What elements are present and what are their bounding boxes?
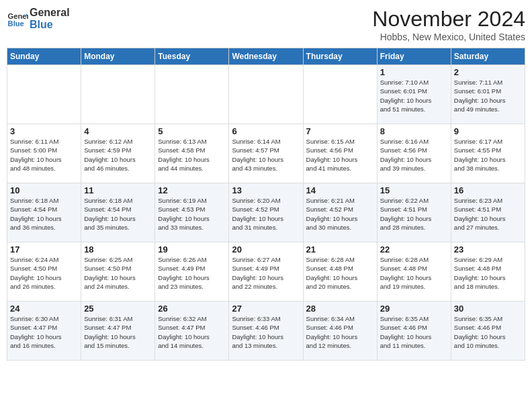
header-wednesday: Wednesday <box>229 48 303 65</box>
day-number: 30 <box>454 304 522 314</box>
day-number: 17 <box>10 244 78 255</box>
day-cell-6: 6Sunrise: 6:14 AM Sunset: 4:57 PM Daylig… <box>229 124 303 183</box>
empty-cell <box>303 65 377 124</box>
week-row-5: 24Sunrise: 6:30 AM Sunset: 4:47 PM Dayli… <box>7 302 525 361</box>
day-cell-13: 13Sunrise: 6:20 AM Sunset: 4:52 PM Dayli… <box>229 183 303 242</box>
logo-general-text: General <box>30 7 70 19</box>
day-number: 27 <box>232 304 300 314</box>
day-detail: Sunrise: 6:32 AM Sunset: 4:47 PM Dayligh… <box>158 314 226 350</box>
header-thursday: Thursday <box>303 48 377 65</box>
day-detail: Sunrise: 6:27 AM Sunset: 4:49 PM Dayligh… <box>232 255 300 291</box>
day-number: 2 <box>454 67 522 77</box>
day-detail: Sunrise: 6:21 AM Sunset: 4:52 PM Dayligh… <box>306 196 374 232</box>
day-cell-25: 25Sunrise: 6:31 AM Sunset: 4:47 PM Dayli… <box>81 302 155 361</box>
day-detail: Sunrise: 6:18 AM Sunset: 4:54 PM Dayligh… <box>10 196 78 232</box>
day-cell-16: 16Sunrise: 6:23 AM Sunset: 4:51 PM Dayli… <box>451 183 525 242</box>
day-cell-18: 18Sunrise: 6:25 AM Sunset: 4:50 PM Dayli… <box>81 242 155 302</box>
day-detail: Sunrise: 6:11 AM Sunset: 5:00 PM Dayligh… <box>10 137 78 173</box>
day-detail: Sunrise: 6:17 AM Sunset: 4:55 PM Dayligh… <box>454 137 522 173</box>
day-detail: Sunrise: 6:15 AM Sunset: 4:56 PM Dayligh… <box>306 137 374 173</box>
page-header: General Blue General Blue November 2024 … <box>7 7 525 42</box>
day-cell-9: 9Sunrise: 6:17 AM Sunset: 4:55 PM Daylig… <box>451 124 525 183</box>
day-number: 8 <box>380 126 448 136</box>
day-detail: Sunrise: 7:10 AM Sunset: 6:01 PM Dayligh… <box>380 78 448 113</box>
week-row-3: 10Sunrise: 6:18 AM Sunset: 4:54 PM Dayli… <box>7 183 525 242</box>
day-cell-1: 1Sunrise: 7:10 AM Sunset: 6:01 PM Daylig… <box>377 65 451 124</box>
day-cell-30: 30Sunrise: 6:35 AM Sunset: 4:46 PM Dayli… <box>451 302 525 361</box>
day-cell-26: 26Sunrise: 6:32 AM Sunset: 4:47 PM Dayli… <box>155 302 229 361</box>
day-detail: Sunrise: 6:24 AM Sunset: 4:50 PM Dayligh… <box>10 255 78 291</box>
header-saturday: Saturday <box>451 48 525 65</box>
empty-cell <box>229 65 303 124</box>
day-number: 11 <box>84 185 152 195</box>
day-cell-21: 21Sunrise: 6:28 AM Sunset: 4:48 PM Dayli… <box>303 242 377 302</box>
day-detail: Sunrise: 6:35 AM Sunset: 4:46 PM Dayligh… <box>380 314 448 350</box>
day-number: 9 <box>454 126 522 136</box>
day-cell-20: 20Sunrise: 6:27 AM Sunset: 4:49 PM Dayli… <box>229 242 303 302</box>
day-number: 5 <box>158 126 226 136</box>
day-number: 3 <box>10 126 78 136</box>
day-detail: Sunrise: 6:16 AM Sunset: 4:56 PM Dayligh… <box>380 137 448 173</box>
day-detail: Sunrise: 6:12 AM Sunset: 4:59 PM Dayligh… <box>84 137 152 173</box>
day-detail: Sunrise: 6:13 AM Sunset: 4:58 PM Dayligh… <box>158 137 226 173</box>
day-number: 21 <box>306 244 374 255</box>
header-sunday: Sunday <box>7 48 81 65</box>
day-detail: Sunrise: 6:28 AM Sunset: 4:48 PM Dayligh… <box>306 255 374 291</box>
day-detail: Sunrise: 6:14 AM Sunset: 4:57 PM Dayligh… <box>232 137 300 173</box>
calendar-table: SundayMondayTuesdayWednesdayThursdayFrid… <box>7 48 525 361</box>
title-block: November 2024 Hobbs, New Mexico, United … <box>372 7 525 42</box>
header-friday: Friday <box>377 48 451 65</box>
header-monday: Monday <box>81 48 155 65</box>
day-number: 14 <box>306 185 374 195</box>
day-number: 24 <box>10 304 78 314</box>
day-number: 18 <box>84 244 152 255</box>
day-number: 7 <box>306 126 374 136</box>
day-number: 19 <box>158 244 226 255</box>
day-cell-11: 11Sunrise: 6:18 AM Sunset: 4:54 PM Dayli… <box>81 183 155 242</box>
day-number: 25 <box>84 304 152 314</box>
day-detail: Sunrise: 6:30 AM Sunset: 4:47 PM Dayligh… <box>10 314 78 350</box>
day-number: 15 <box>380 185 448 195</box>
day-detail: Sunrise: 6:26 AM Sunset: 4:49 PM Dayligh… <box>158 255 226 291</box>
day-number: 28 <box>306 304 374 314</box>
header-row: SundayMondayTuesdayWednesdayThursdayFrid… <box>7 48 525 65</box>
day-detail: Sunrise: 6:23 AM Sunset: 4:51 PM Dayligh… <box>454 196 522 232</box>
day-number: 4 <box>84 126 152 136</box>
header-tuesday: Tuesday <box>155 48 229 65</box>
day-cell-15: 15Sunrise: 6:22 AM Sunset: 4:51 PM Dayli… <box>377 183 451 242</box>
day-number: 1 <box>380 67 448 77</box>
day-cell-7: 7Sunrise: 6:15 AM Sunset: 4:56 PM Daylig… <box>303 124 377 183</box>
day-cell-22: 22Sunrise: 6:28 AM Sunset: 4:48 PM Dayli… <box>377 242 451 302</box>
day-detail: Sunrise: 6:29 AM Sunset: 4:48 PM Dayligh… <box>454 255 522 291</box>
day-detail: Sunrise: 7:11 AM Sunset: 6:01 PM Dayligh… <box>454 78 522 113</box>
day-detail: Sunrise: 6:33 AM Sunset: 4:46 PM Dayligh… <box>232 314 300 350</box>
day-cell-17: 17Sunrise: 6:24 AM Sunset: 4:50 PM Dayli… <box>7 242 81 302</box>
week-row-2: 3Sunrise: 6:11 AM Sunset: 5:00 PM Daylig… <box>7 124 525 183</box>
day-number: 22 <box>380 244 448 255</box>
logo-blue-text: Blue <box>30 19 70 31</box>
day-detail: Sunrise: 6:28 AM Sunset: 4:48 PM Dayligh… <box>380 255 448 291</box>
day-cell-24: 24Sunrise: 6:30 AM Sunset: 4:47 PM Dayli… <box>7 302 81 361</box>
day-detail: Sunrise: 6:18 AM Sunset: 4:54 PM Dayligh… <box>84 196 152 232</box>
day-detail: Sunrise: 6:34 AM Sunset: 4:46 PM Dayligh… <box>306 314 374 350</box>
day-cell-29: 29Sunrise: 6:35 AM Sunset: 4:46 PM Dayli… <box>377 302 451 361</box>
day-detail: Sunrise: 6:22 AM Sunset: 4:51 PM Dayligh… <box>380 196 448 232</box>
day-detail: Sunrise: 6:25 AM Sunset: 4:50 PM Dayligh… <box>84 255 152 291</box>
empty-cell <box>155 65 229 124</box>
location: Hobbs, New Mexico, United States <box>372 32 525 42</box>
svg-text:General: General <box>8 12 28 20</box>
day-number: 20 <box>232 244 300 255</box>
day-number: 6 <box>232 126 300 136</box>
day-number: 12 <box>158 185 226 195</box>
svg-text:Blue: Blue <box>8 19 24 28</box>
day-number: 16 <box>454 185 522 195</box>
day-cell-2: 2Sunrise: 7:11 AM Sunset: 6:01 PM Daylig… <box>451 65 525 124</box>
day-cell-23: 23Sunrise: 6:29 AM Sunset: 4:48 PM Dayli… <box>451 242 525 302</box>
day-cell-4: 4Sunrise: 6:12 AM Sunset: 4:59 PM Daylig… <box>81 124 155 183</box>
day-number: 23 <box>454 244 522 255</box>
day-detail: Sunrise: 6:31 AM Sunset: 4:47 PM Dayligh… <box>84 314 152 350</box>
day-cell-3: 3Sunrise: 6:11 AM Sunset: 5:00 PM Daylig… <box>7 124 81 183</box>
day-number: 10 <box>10 185 78 195</box>
day-number: 26 <box>158 304 226 314</box>
empty-cell <box>81 65 155 124</box>
